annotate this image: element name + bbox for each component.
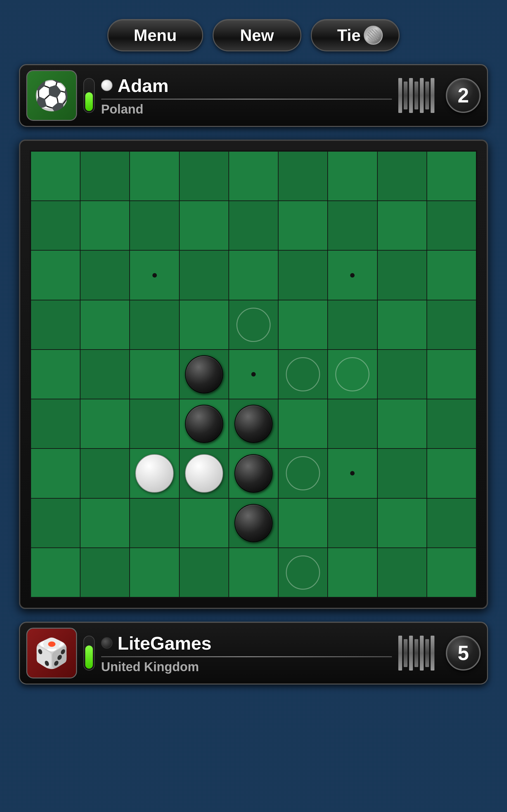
player1-stripe-bar <box>398 78 443 113</box>
stripe <box>425 82 429 109</box>
cell-6-2[interactable] <box>130 449 179 498</box>
cell-1-4[interactable] <box>229 201 278 250</box>
cell-0-7[interactable] <box>377 151 427 201</box>
cell-3-1[interactable] <box>80 300 130 350</box>
cell-8-1[interactable] <box>80 548 130 597</box>
stripe <box>425 639 429 667</box>
cell-2-1[interactable] <box>80 250 130 300</box>
cell-0-6[interactable] <box>328 151 377 201</box>
cell-5-4[interactable] <box>229 399 278 449</box>
cell-1-6[interactable] <box>328 201 377 250</box>
game-board[interactable] <box>30 150 477 598</box>
cell-0-1[interactable] <box>80 151 130 201</box>
cell-6-0[interactable] <box>31 449 80 498</box>
cell-8-5[interactable] <box>278 548 328 597</box>
cell-8-6[interactable] <box>328 548 377 597</box>
cell-4-3[interactable] <box>179 350 229 399</box>
cell-6-1[interactable] <box>80 449 130 498</box>
board-dot <box>251 372 256 376</box>
cell-4-5[interactable] <box>278 350 328 399</box>
black-piece <box>234 405 273 443</box>
cell-1-1[interactable] <box>80 201 130 250</box>
cell-8-8[interactable] <box>427 548 476 597</box>
cell-6-8[interactable] <box>427 449 476 498</box>
player2-color-dot <box>101 637 112 649</box>
menu-button[interactable]: Menu <box>107 19 203 51</box>
cell-3-3[interactable] <box>179 300 229 350</box>
cell-0-8[interactable] <box>427 151 476 201</box>
cell-1-2[interactable] <box>130 201 179 250</box>
cell-2-7[interactable] <box>377 250 427 300</box>
player1-score-section: 2 <box>398 78 481 113</box>
cell-7-4[interactable] <box>229 498 278 548</box>
cell-8-2[interactable] <box>130 548 179 597</box>
cell-3-5[interactable] <box>278 300 328 350</box>
cell-7-7[interactable] <box>377 498 427 548</box>
cell-2-0[interactable] <box>31 250 80 300</box>
cell-7-3[interactable] <box>179 498 229 548</box>
player1-avatar: ⚽ <box>26 70 77 121</box>
cell-6-4[interactable] <box>229 449 278 498</box>
cell-8-7[interactable] <box>377 548 427 597</box>
cell-3-8[interactable] <box>427 300 476 350</box>
cell-5-7[interactable] <box>377 399 427 449</box>
cell-4-0[interactable] <box>31 350 80 399</box>
cell-6-3[interactable] <box>179 449 229 498</box>
cell-0-4[interactable] <box>229 151 278 201</box>
cell-3-7[interactable] <box>377 300 427 350</box>
cell-4-4[interactable] <box>229 350 278 399</box>
cell-3-0[interactable] <box>31 300 80 350</box>
cell-8-0[interactable] <box>31 548 80 597</box>
cell-5-5[interactable] <box>278 399 328 449</box>
cell-1-7[interactable] <box>377 201 427 250</box>
cell-0-2[interactable] <box>130 151 179 201</box>
cell-7-8[interactable] <box>427 498 476 548</box>
cell-7-0[interactable] <box>31 498 80 548</box>
cell-2-3[interactable] <box>179 250 229 300</box>
cell-6-6[interactable] <box>328 449 377 498</box>
stripe <box>431 636 435 670</box>
cell-2-5[interactable] <box>278 250 328 300</box>
cell-6-7[interactable] <box>377 449 427 498</box>
cell-5-0[interactable] <box>31 399 80 449</box>
cell-8-3[interactable] <box>179 548 229 597</box>
player1-name: Adam <box>118 75 169 96</box>
cell-7-5[interactable] <box>278 498 328 548</box>
player2-separator <box>101 656 392 657</box>
cell-5-3[interactable] <box>179 399 229 449</box>
cell-4-1[interactable] <box>80 350 130 399</box>
cell-0-5[interactable] <box>278 151 328 201</box>
cell-4-2[interactable] <box>130 350 179 399</box>
new-button[interactable]: New <box>213 19 301 51</box>
player1-avatar-icon: ⚽ <box>34 79 69 112</box>
cell-4-7[interactable] <box>377 350 427 399</box>
cell-3-4[interactable] <box>229 300 278 350</box>
player1-panel: ⚽ Adam Poland 2 <box>19 64 488 127</box>
cell-5-2[interactable] <box>130 399 179 449</box>
cell-7-6[interactable] <box>328 498 377 548</box>
cell-0-0[interactable] <box>31 151 80 201</box>
cell-1-3[interactable] <box>179 201 229 250</box>
cell-1-0[interactable] <box>31 201 80 250</box>
cell-5-8[interactable] <box>427 399 476 449</box>
cell-2-2[interactable] <box>130 250 179 300</box>
cell-0-3[interactable] <box>179 151 229 201</box>
cell-2-4[interactable] <box>229 250 278 300</box>
cell-5-1[interactable] <box>80 399 130 449</box>
cell-4-8[interactable] <box>427 350 476 399</box>
cell-2-8[interactable] <box>427 250 476 300</box>
cell-1-8[interactable] <box>427 201 476 250</box>
player1-separator <box>101 99 392 100</box>
cell-8-4[interactable] <box>229 548 278 597</box>
cell-4-6[interactable] <box>328 350 377 399</box>
cell-7-2[interactable] <box>130 498 179 548</box>
stripe <box>414 82 418 109</box>
cell-5-6[interactable] <box>328 399 377 449</box>
tie-button[interactable]: Tie <box>311 19 400 51</box>
cell-6-5[interactable] <box>278 449 328 498</box>
cell-3-2[interactable] <box>130 300 179 350</box>
cell-2-6[interactable] <box>328 250 377 300</box>
cell-7-1[interactable] <box>80 498 130 548</box>
cell-3-6[interactable] <box>328 300 377 350</box>
cell-1-5[interactable] <box>278 201 328 250</box>
